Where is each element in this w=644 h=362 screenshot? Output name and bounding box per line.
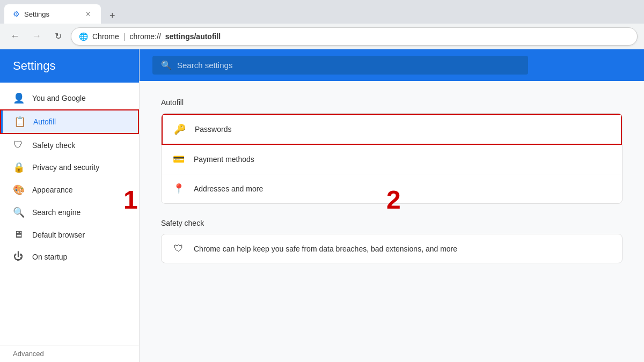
settings-tab-title: Settings	[24, 10, 79, 18]
autofill-icon: 📋	[14, 116, 25, 128]
sidebar-item-autofill-label: Autofill	[33, 117, 56, 126]
url-separator: |	[123, 32, 126, 41]
safety-check-icon: 🛡	[13, 139, 24, 151]
passwords-icon: 🔑	[173, 123, 186, 135]
on-startup-icon: ⏻	[13, 251, 24, 262]
sidebar-item-on-startup-label: On startup	[32, 253, 67, 261]
addresses-icon: 📍	[172, 183, 185, 195]
you-and-google-icon: 👤	[13, 92, 24, 104]
safety-check-item[interactable]: 🛡 Chrome can help keep you safe from dat…	[162, 234, 622, 263]
tab-close-button[interactable]: ×	[84, 10, 92, 18]
sidebar-item-you-and-google-label: You and Google	[32, 94, 86, 102]
sidebar-nav: 👤 You and Google 📋 Autofill 🛡 Safety che…	[0, 83, 139, 345]
back-button[interactable]: ←	[6, 28, 24, 45]
chrome-brand-label: Chrome	[92, 32, 119, 41]
search-input[interactable]	[177, 61, 519, 70]
search-engine-icon: 🔍	[13, 206, 24, 218]
sidebar: Settings 👤 You and Google 📋 Autofill 🛡 S…	[0, 49, 140, 362]
safety-check-section-title: Safety check	[161, 219, 623, 227]
main-content: Autofill 🔑 Passwords 💳 Payment methods 📍	[140, 81, 644, 362]
sidebar-item-appearance[interactable]: 🎨 Appearance	[0, 179, 139, 201]
settings-layout: 🔍 Autofill 🔑 Passwords 💳	[140, 49, 644, 362]
sidebar-item-safety-check-label: Safety check	[32, 141, 75, 150]
safety-check-description: Chrome can help keep you safe from data …	[194, 245, 457, 253]
search-icon: 🔍	[161, 60, 172, 70]
passwords-item[interactable]: 🔑 Passwords	[162, 114, 622, 145]
sidebar-header: Settings	[0, 49, 139, 83]
address-bar-row: ← → ↻ 🌐 Chrome | chrome://settings/autof…	[0, 24, 644, 49]
settings-title: Settings	[13, 59, 56, 72]
passwords-label: Passwords	[195, 125, 231, 134]
tab-bar: ⚙ Settings × +	[0, 0, 644, 24]
payment-methods-item[interactable]: 💳 Payment methods	[162, 145, 622, 174]
sidebar-item-search-engine[interactable]: 🔍 Search engine	[0, 201, 139, 224]
addresses-item[interactable]: 📍 Addresses and more	[162, 174, 622, 203]
reload-button[interactable]: ↻	[49, 28, 67, 45]
default-browser-icon: 🖥	[13, 229, 24, 240]
sidebar-item-autofill[interactable]: 📋 Autofill	[0, 109, 139, 134]
autofill-section-card: 🔑 Passwords 💳 Payment methods 📍 Addresse…	[161, 113, 623, 204]
payment-icon: 💳	[172, 153, 185, 165]
url-path: settings/autofill	[165, 32, 221, 41]
search-bar[interactable]: 🔍	[152, 56, 528, 75]
autofill-section-title: Autofill	[161, 98, 623, 107]
forward-button[interactable]: →	[28, 28, 45, 45]
sidebar-item-on-startup[interactable]: ⏻ On startup	[0, 246, 139, 268]
sidebar-item-safety-check[interactable]: 🛡 Safety check	[0, 134, 139, 156]
sidebar-item-appearance-label: Appearance	[32, 186, 73, 194]
sidebar-item-default-browser[interactable]: 🖥 Default browser	[0, 224, 139, 246]
browser-content: 1 2 Settings 👤 You and Google 📋 Autofill	[0, 49, 644, 362]
safety-check-section-card: 🛡 Chrome can help keep you safe from dat…	[161, 234, 623, 263]
payment-methods-label: Payment methods	[194, 155, 254, 164]
settings-tab-icon: ⚙	[13, 10, 20, 18]
new-tab-button[interactable]: +	[105, 8, 120, 24]
sidebar-item-default-browser-label: Default browser	[32, 231, 85, 239]
sidebar-item-search-engine-label: Search engine	[32, 208, 80, 217]
addresses-label: Addresses and more	[194, 184, 263, 193]
address-bar[interactable]: 🌐 Chrome | chrome://settings/autofill	[71, 27, 638, 46]
safety-shield-icon: 🛡	[172, 243, 185, 254]
settings-tab[interactable]: ⚙ Settings ×	[4, 4, 101, 24]
sidebar-item-you-and-google[interactable]: 👤 You and Google	[0, 87, 139, 109]
advanced-label[interactable]: Advanced	[0, 345, 139, 362]
appearance-icon: 🎨	[13, 184, 24, 196]
globe-icon: 🌐	[79, 32, 88, 41]
sidebar-item-privacy-label: Privacy and security	[32, 163, 99, 172]
url-protocol: chrome://	[129, 32, 160, 41]
settings-container: Settings 👤 You and Google 📋 Autofill 🛡 S…	[0, 49, 644, 362]
sidebar-item-privacy-and-security[interactable]: 🔒 Privacy and security	[0, 156, 139, 179]
top-search-bar: 🔍	[140, 49, 644, 81]
privacy-icon: 🔒	[13, 161, 24, 173]
